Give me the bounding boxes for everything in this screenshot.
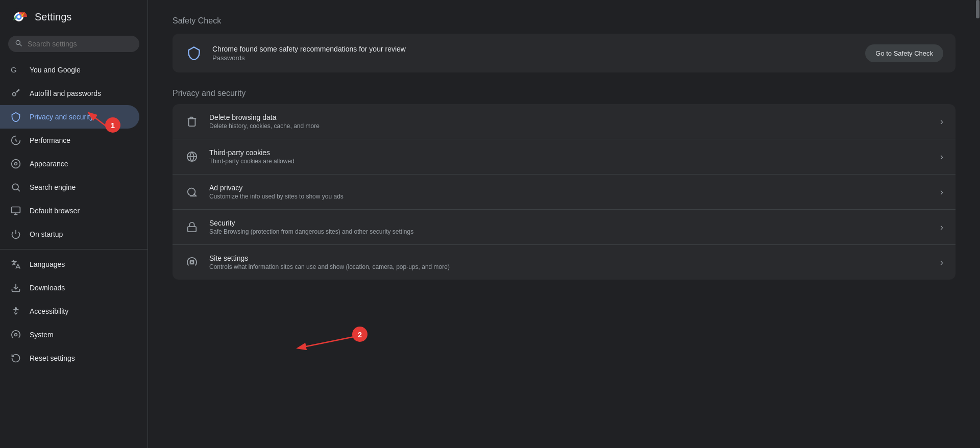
sidebar-label-accessibility: Accessibility xyxy=(30,307,68,315)
safety-check-sub-text: Passwords xyxy=(212,54,856,62)
sidebar-item-system[interactable]: System xyxy=(0,323,139,346)
third-party-cookies-title: Third-party cookies xyxy=(209,148,930,157)
sidebar-label-system: System xyxy=(30,331,54,339)
languages-icon xyxy=(10,259,21,270)
third-party-cookies-desc: Third-party cookies are allowed xyxy=(209,158,930,165)
safety-check-section-title: Safety Check xyxy=(173,16,955,26)
sidebar-item-downloads[interactable]: Downloads xyxy=(0,276,139,300)
settings-item-site-settings[interactable]: Site settings Controls what information … xyxy=(173,245,955,280)
safety-check-main-text: Chrome found some safety recommendations… xyxy=(212,45,856,53)
ad-privacy-desc: Customize the info used by sites to show… xyxy=(209,193,930,200)
sidebar-label-performance: Performance xyxy=(30,136,70,144)
third-party-cookies-arrow: › xyxy=(940,152,943,162)
ad-privacy-text: Ad privacy Customize the info used by si… xyxy=(209,184,930,200)
sidebar-item-on-startup[interactable]: On startup xyxy=(0,222,139,246)
performance-icon xyxy=(10,135,21,146)
sidebar-label-reset-settings: Reset settings xyxy=(30,354,75,362)
svg-rect-19 xyxy=(188,227,197,232)
default-browser-icon xyxy=(10,205,21,216)
settings-list: Delete browsing data Delete history, coo… xyxy=(173,104,955,280)
sidebar-item-autofill[interactable]: Autofill and passwords xyxy=(0,82,139,105)
security-text: Security Safe Browsing (protection from … xyxy=(209,219,930,235)
google-icon: G xyxy=(10,64,21,76)
safety-shield-icon xyxy=(185,44,203,62)
sidebar: Settings G You and Google Autofill and xyxy=(0,0,148,448)
third-party-cookies-icon xyxy=(185,150,199,164)
sidebar-label-search-engine: Search engine xyxy=(30,183,76,191)
site-settings-title: Site settings xyxy=(209,254,930,262)
sidebar-item-privacy-and-security[interactable]: Privacy and security xyxy=(0,105,139,129)
delete-browsing-data-text: Delete browsing data Delete history, coo… xyxy=(209,113,930,130)
sidebar-item-reset-settings[interactable]: Reset settings xyxy=(0,346,139,370)
security-arrow: › xyxy=(940,222,943,233)
search-container xyxy=(8,36,139,52)
svg-point-4 xyxy=(17,15,20,18)
sidebar-label-appearance: Appearance xyxy=(30,160,68,168)
third-party-cookies-text: Third-party cookies Third-party cookies … xyxy=(209,148,930,165)
go-to-safety-check-button[interactable]: Go to Safety Check xyxy=(865,44,943,62)
sidebar-item-default-browser[interactable]: Default browser xyxy=(0,199,139,222)
reset-icon xyxy=(10,353,21,364)
sidebar-header: Settings xyxy=(0,0,148,34)
scrollbar-track-right[interactable] xyxy=(975,0,980,448)
settings-item-third-party-cookies[interactable]: Third-party cookies Third-party cookies … xyxy=(173,139,955,175)
main-content: Safety Check Chrome found some safety re… xyxy=(148,0,980,448)
chrome-logo-icon xyxy=(10,8,28,26)
downloads-icon xyxy=(10,282,21,293)
shield-icon xyxy=(10,111,21,122)
settings-item-delete-browsing-data[interactable]: Delete browsing data Delete history, coo… xyxy=(173,104,955,139)
delete-browsing-data-arrow: › xyxy=(940,116,943,127)
sidebar-label-you-and-google: You and Google xyxy=(30,66,81,74)
security-lock-icon xyxy=(185,220,199,234)
search-input[interactable] xyxy=(8,36,139,52)
delete-browsing-data-desc: Delete history, cookies, cache, and more xyxy=(209,122,930,130)
safety-check-card: Chrome found some safety recommendations… xyxy=(173,34,955,72)
delete-browsing-data-title: Delete browsing data xyxy=(209,113,930,121)
sidebar-item-languages[interactable]: Languages xyxy=(0,253,139,276)
security-desc: Safe Browsing (protection from dangerous… xyxy=(209,228,930,235)
sidebar-item-you-and-google[interactable]: G You and Google xyxy=(0,58,139,82)
delete-browsing-data-icon xyxy=(185,114,199,129)
safety-check-text: Chrome found some safety recommendations… xyxy=(212,45,856,62)
svg-point-6 xyxy=(12,92,16,96)
key-icon xyxy=(10,88,21,99)
on-startup-icon xyxy=(10,229,21,240)
sidebar-item-performance[interactable]: Performance xyxy=(0,129,139,152)
site-settings-text: Site settings Controls what information … xyxy=(209,254,930,270)
security-title: Security xyxy=(209,219,930,227)
privacy-security-section-title: Privacy and security xyxy=(173,89,955,98)
svg-point-14 xyxy=(15,334,17,336)
settings-item-ad-privacy[interactable]: Ad privacy Customize the info used by si… xyxy=(173,175,955,210)
svg-point-9 xyxy=(12,184,18,190)
system-icon xyxy=(10,329,21,340)
svg-rect-10 xyxy=(12,207,20,213)
settings-item-security[interactable]: Security Safe Browsing (protection from … xyxy=(173,210,955,245)
sidebar-item-accessibility[interactable]: Accessibility xyxy=(0,300,139,323)
sidebar-item-search-engine[interactable]: Search engine xyxy=(0,176,139,199)
scrollbar-thumb-right[interactable] xyxy=(976,0,979,18)
appearance-icon xyxy=(10,158,21,169)
accessibility-icon xyxy=(10,306,21,317)
sidebar-label-autofill: Autofill and passwords xyxy=(30,89,101,97)
sidebar-label-downloads: Downloads xyxy=(30,284,65,292)
sidebar-item-appearance[interactable]: Appearance xyxy=(0,152,139,176)
ad-privacy-title: Ad privacy xyxy=(209,184,930,192)
site-settings-desc: Controls what information sites can use … xyxy=(209,263,930,270)
sidebar-nav: G You and Google Autofill and passwords … xyxy=(0,58,148,448)
sidebar-label-on-startup: On startup xyxy=(30,230,63,238)
svg-point-20 xyxy=(190,261,193,264)
app-title: Settings xyxy=(35,11,71,23)
svg-point-8 xyxy=(15,163,17,165)
search-icon xyxy=(14,39,22,49)
search-engine-icon xyxy=(10,182,21,193)
sidebar-label-languages: Languages xyxy=(30,260,65,268)
sidebar-label-privacy-and-security: Privacy and security xyxy=(30,113,93,121)
ad-privacy-arrow: › xyxy=(940,187,943,197)
svg-point-7 xyxy=(12,160,20,168)
site-settings-arrow: › xyxy=(940,257,943,268)
ad-privacy-icon xyxy=(185,185,199,199)
svg-text:G: G xyxy=(11,65,17,74)
site-settings-icon xyxy=(185,255,199,269)
sidebar-label-default-browser: Default browser xyxy=(30,207,80,215)
